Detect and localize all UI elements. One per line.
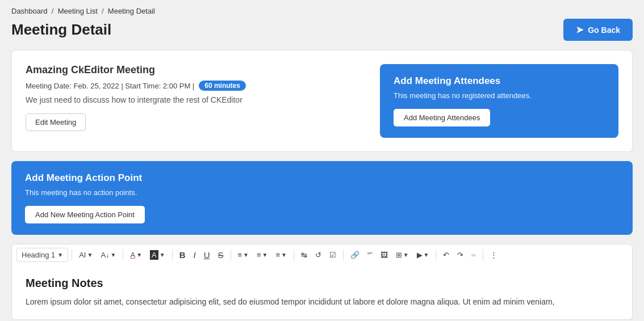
image-icon: 🖼 [380,251,388,259]
outdent-button[interactable]: ↹ [298,248,311,261]
toolbar-separator-3 [172,250,173,261]
editor-heading: Meeting Notes [26,277,618,290]
list-button[interactable]: ≡ ▼ [273,248,291,261]
breadcrumb-dashboard[interactable]: Dashboard [11,7,48,15]
action-point-card: Add Meeting Action Point This meeting ha… [11,161,633,235]
toolbar-separator-8 [483,250,483,261]
indent-button[interactable]: ↺ [312,248,325,261]
more-options-button[interactable]: ⋮ [487,248,501,261]
page-title: Meeting Detail [11,21,111,39]
meeting-meta: Meeting Date: Feb. 25, 2022 | Start Time… [26,81,366,91]
attendees-card: Add Meeting Attendees This meeting has n… [380,64,618,138]
editor-content[interactable]: Meeting Notes Lorem ipsum dolor sit amet… [11,265,633,320]
attendees-description: This meeting has no registered attendees… [394,91,605,100]
italic-button[interactable]: I [190,248,199,262]
checklist-button[interactable]: ☑ [326,248,340,261]
editor-toolbar: Heading 1 ▼ AI ▼ A↓ ▼ A ▼ A ▼ B I [11,244,633,265]
redo-button[interactable]: ↷ [454,248,467,261]
media-icon: ▶ [417,251,423,259]
duration-badge: 60 minutes [199,81,246,91]
line-height-button[interactable]: ≡ ▼ [253,248,271,261]
meeting-date-time: Meeting Date: Feb. 25, 2022 | Start Time… [26,82,194,90]
attendees-title: Add Meeting Attendees [394,75,605,87]
font-size-dec-label: A↓ [101,251,109,259]
list-chevron-icon: ▼ [281,252,287,258]
outdent-icon: ↹ [301,251,307,259]
breadcrumb-meeting-list[interactable]: Meeting List [58,7,98,15]
bold-button[interactable]: B [176,248,189,262]
link-icon: 🔗 [350,251,359,259]
source-button[interactable]: ⎓ [468,248,479,261]
font-bg-chevron-icon: ▼ [160,252,165,258]
font-dec-chevron-icon: ▼ [111,252,116,258]
meeting-title: Amazing CkEditor Meeting [26,64,366,76]
media-button[interactable]: ▶ ▼ [413,248,433,261]
table-chevron-icon: ▼ [403,252,409,258]
go-back-button[interactable]: ➤ Go Back [563,19,633,41]
undo-button[interactable]: ↶ [440,248,453,261]
indent-icon: ↺ [315,251,321,259]
add-action-point-button[interactable]: Add New Meeting Action Point [25,206,145,223]
toolbar-separator-5 [294,250,294,261]
editor-body: Lorem ipsum dolor sit amet, consectetur … [26,295,618,308]
breadcrumb: Dashboard / Meeting List / Meeting Detai… [11,7,633,15]
table-icon: ⊞ [396,251,402,259]
font-color-label: A [130,251,135,259]
quote-icon: “” [367,251,373,259]
redo-icon: ↷ [457,251,463,259]
toolbar-separator-2 [123,250,123,261]
list-icon: ≡ [276,251,281,259]
align-icon: ≡ [238,251,242,259]
action-point-title: Add Meeting Action Point [25,172,619,184]
line-height-chevron-icon: ▼ [262,252,268,258]
toolbar-separator-6 [343,250,344,261]
heading-chevron-icon: ▼ [57,252,63,258]
font-inc-chevron-icon: ▼ [87,252,93,258]
image-button[interactable]: 🖼 [377,248,391,261]
undo-icon: ↶ [443,251,449,259]
meeting-info-card: Amazing CkEditor Meeting Meeting Date: F… [11,50,633,152]
font-bg-color-button[interactable]: A ▼ [147,248,169,262]
blockquote-button[interactable]: “” [364,248,376,261]
page-header: Meeting Detail ➤ Go Back [11,19,633,41]
add-attendees-button[interactable]: Add Meeting Attendees [394,109,490,126]
toolbar-separator-7 [436,250,436,261]
checklist-icon: ☑ [329,251,336,259]
font-color-chevron-icon: ▼ [136,252,142,258]
toolbar-separator-4 [231,250,231,261]
arrow-icon: ➤ [576,24,583,35]
edit-meeting-button[interactable]: Edit Meeting [26,113,86,131]
font-bg-label: A [150,250,158,260]
underline-button[interactable]: U [200,248,214,262]
source-icon: ⎓ [471,251,476,259]
strikethrough-button[interactable]: S [214,248,227,262]
go-back-label: Go Back [588,26,620,35]
breadcrumb-meeting-detail: Meeting Detail [108,7,155,15]
heading-select[interactable]: Heading 1 ▼ [16,248,68,262]
meeting-details: Amazing CkEditor Meeting Meeting Date: F… [26,64,366,138]
meeting-description: We just need to discuss how to intergrat… [26,95,366,104]
media-chevron-icon: ▼ [424,252,429,258]
heading-select-value: Heading 1 [22,251,55,259]
more-options-icon: ⋮ [490,251,497,259]
table-button[interactable]: ⊞ ▼ [392,248,412,261]
font-size-increase-button[interactable]: AI ▼ [76,248,96,261]
font-color-button[interactable]: A ▼ [127,248,145,261]
toolbar-separator-1 [72,250,72,261]
align-chevron-icon: ▼ [243,252,249,258]
link-button[interactable]: 🔗 [347,248,363,261]
action-point-description: This meeting has no action points. [25,188,619,197]
font-size-inc-label: AI [79,251,86,259]
font-size-decrease-button[interactable]: A↓ ▼ [97,248,119,261]
align-button[interactable]: ≡ ▼ [235,248,253,261]
line-height-icon: ≡ [257,251,261,259]
